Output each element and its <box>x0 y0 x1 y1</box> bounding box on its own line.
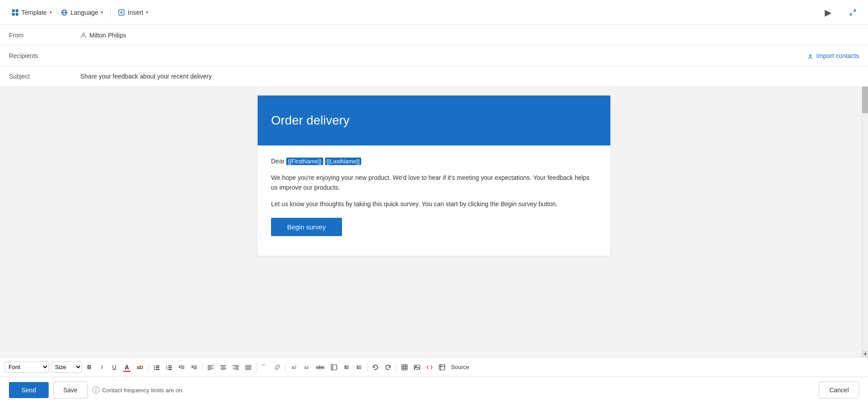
user-icon <box>80 32 87 38</box>
ordered-list-button[interactable]: 1. 2. 3. <box>164 362 175 373</box>
font-color-icon: A <box>125 364 129 371</box>
body-paragraph2: Let us know your thoughts by taking this… <box>271 199 597 209</box>
indent-button[interactable] <box>189 362 200 373</box>
para-indent-button[interactable] <box>341 362 352 373</box>
align-left-icon <box>208 365 214 370</box>
italic-button[interactable]: I <box>96 362 107 373</box>
svg-point-15 <box>154 365 155 366</box>
cancel-button[interactable]: Cancel <box>819 382 859 399</box>
strikethrough-button[interactable]: abc <box>313 362 326 373</box>
scrollbar-down-arrow[interactable]: ▼ <box>862 351 868 357</box>
ordered-list-icon: 1. 2. 3. <box>166 364 172 370</box>
email-container: Order delivery Dear [[FirstName]] [[Last… <box>258 96 610 256</box>
scrollbar-thumb[interactable] <box>862 87 868 113</box>
from-row: From Milton Philips <box>0 25 868 46</box>
expand-button[interactable] <box>845 6 861 19</box>
image-button[interactable] <box>412 362 422 373</box>
highlight-icon: ab <box>136 364 143 370</box>
language-chevron: ▾ <box>101 10 103 15</box>
begin-survey-container: Begin survey <box>271 215 597 245</box>
import-contacts-button[interactable]: Import contacts <box>807 52 859 59</box>
edit-html-button[interactable] <box>424 362 435 373</box>
body-paragraph1: We hope you're enjoying your new product… <box>271 173 597 193</box>
language-label: Language <box>71 9 98 16</box>
link-button[interactable] <box>272 362 283 373</box>
source-code-button[interactable] <box>437 362 447 373</box>
underline-button[interactable]: U <box>109 362 120 373</box>
language-button[interactable]: Language ▾ <box>56 6 108 19</box>
font-select[interactable]: Font <box>4 361 49 373</box>
align-center-icon <box>220 365 226 370</box>
info-icon: i <box>92 386 100 394</box>
redo-icon <box>385 364 391 370</box>
insert-button[interactable]: Insert ▾ <box>113 6 153 19</box>
svg-rect-58 <box>402 365 407 370</box>
contact-frequency-notice: i Contact frequency limits are on <box>92 386 182 394</box>
font-color-button[interactable]: A <box>121 362 132 373</box>
svg-rect-3 <box>16 13 18 16</box>
edit-html-icon <box>426 364 433 370</box>
email-header: Order delivery <box>258 96 610 145</box>
outdent-button[interactable] <box>176 362 187 373</box>
send-button[interactable]: Send <box>9 382 49 398</box>
email-area: Order delivery Dear [[FirstName]] [[Last… <box>0 87 868 357</box>
color-bar <box>123 371 130 372</box>
svg-rect-1 <box>16 9 18 12</box>
justify-icon <box>245 365 251 370</box>
format-block-button[interactable] <box>329 362 339 373</box>
svg-rect-63 <box>414 365 420 370</box>
dear-prefix: Dear <box>271 158 284 165</box>
svg-rect-50 <box>331 365 337 370</box>
undo-icon <box>372 364 379 370</box>
size-select[interactable]: Size <box>51 361 82 373</box>
template-button[interactable]: Template ▾ <box>7 6 56 19</box>
highlight-button[interactable]: ab <box>134 362 146 373</box>
bold-button[interactable]: B <box>84 362 95 373</box>
dear-line: Dear [[FirstName]] [[LastName]] <box>271 156 597 166</box>
insert-chevron: ▾ <box>146 10 148 15</box>
insert-label: Insert <box>128 9 143 16</box>
subject-row: Subject Share your feedback about your r… <box>0 66 868 87</box>
align-center-button[interactable] <box>218 362 229 373</box>
import-icon <box>807 53 814 59</box>
unordered-list-button[interactable] <box>151 362 162 373</box>
align-right-button[interactable] <box>230 362 241 373</box>
image-icon <box>414 364 420 370</box>
svg-rect-65 <box>439 365 445 370</box>
svg-rect-26 <box>168 369 172 370</box>
svg-rect-0 <box>12 9 15 12</box>
subscript-button[interactable]: x2 <box>301 362 312 373</box>
top-toolbar: Template ▾ Language ▾ Insert ▾ ▶ <box>0 0 868 25</box>
svg-text:": " <box>262 364 265 370</box>
subject-label: Subject <box>9 73 80 80</box>
align-left-button[interactable] <box>205 362 216 373</box>
save-button[interactable]: Save <box>53 382 88 399</box>
svg-point-17 <box>154 367 155 368</box>
para-outdent-button[interactable] <box>354 362 364 373</box>
table-button[interactable] <box>399 362 410 373</box>
subject-value[interactable]: Share your feedback about your recent de… <box>80 73 859 80</box>
expand-icon <box>849 9 856 16</box>
begin-survey-button[interactable]: Begin survey <box>271 218 342 236</box>
blockquote-icon: " <box>262 364 268 370</box>
firstname-placeholder[interactable]: [[FirstName]] <box>286 158 323 165</box>
unordered-list-icon <box>154 364 160 370</box>
svg-text:3.: 3. <box>166 368 168 370</box>
from-label: From <box>9 32 80 39</box>
template-chevron: ▾ <box>50 10 52 15</box>
undo-button[interactable] <box>370 362 381 373</box>
lastname-placeholder[interactable]: [[LastName]] <box>325 158 362 165</box>
svg-point-19 <box>154 369 155 370</box>
insert-icon <box>118 9 125 16</box>
source-label[interactable]: Source <box>449 364 471 370</box>
redo-button[interactable] <box>383 362 393 373</box>
language-icon <box>61 9 68 16</box>
para-outdent-icon <box>356 364 362 370</box>
table-icon <box>401 364 408 370</box>
blockquote-button[interactable]: " <box>259 362 270 373</box>
justify-button[interactable] <box>243 362 254 373</box>
email-body: Dear [[FirstName]] [[LastName]] We hope … <box>258 145 610 256</box>
superscript-button[interactable]: x2 <box>288 362 299 373</box>
template-label: Template <box>21 9 47 16</box>
align-right-icon <box>233 365 239 370</box>
